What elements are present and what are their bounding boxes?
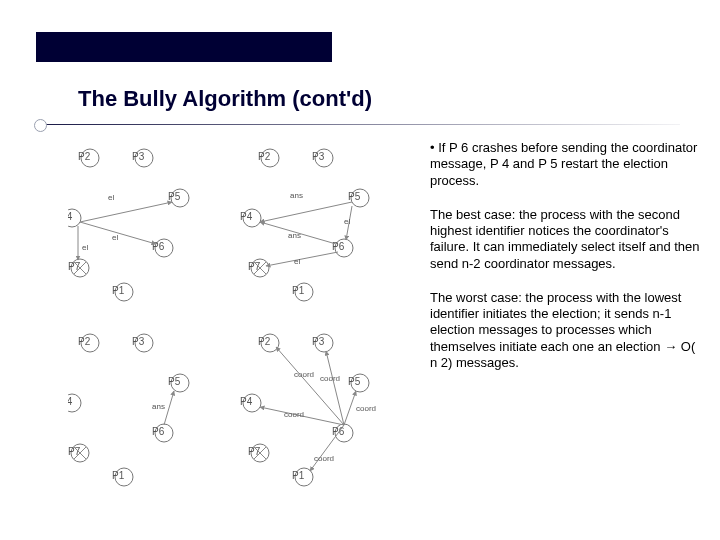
svg-text:P3: P3 — [312, 151, 325, 162]
svg-text:el: el — [108, 193, 114, 202]
svg-text:P2: P2 — [78, 336, 91, 347]
svg-text:P1: P1 — [112, 285, 125, 296]
bully-diagrams: P2 P3 P5 P4 P6 P7 P1 el el el P2 P3 P5 — [68, 140, 418, 500]
svg-text:P1: P1 — [292, 470, 305, 481]
svg-text:P2: P2 — [258, 336, 271, 347]
svg-text:P5: P5 — [168, 191, 181, 202]
svg-text:P4: P4 — [68, 211, 73, 222]
svg-text:ans: ans — [288, 231, 301, 240]
svg-text:P1: P1 — [112, 470, 125, 481]
svg-text:P3: P3 — [312, 336, 325, 347]
svg-text:P6: P6 — [332, 241, 345, 252]
slide-title: The Bully Algorithm (cont'd) — [78, 86, 372, 112]
svg-text:coord: coord — [294, 370, 314, 379]
svg-text:ans: ans — [290, 191, 303, 200]
slide: The Bully Algorithm (cont'd) P2 P3 P5 P4… — [0, 0, 720, 540]
svg-text:el: el — [294, 257, 300, 266]
svg-text:coord: coord — [284, 410, 304, 419]
svg-text:el: el — [112, 233, 118, 242]
svg-text:P6: P6 — [152, 426, 165, 437]
title-rule-dot — [34, 119, 47, 132]
text-column: • If P 6 crashes before sending the coor… — [430, 140, 702, 389]
svg-text:el: el — [344, 217, 350, 226]
arrow-icon: → — [664, 339, 677, 354]
diagram-area: P2 P3 P5 P4 P6 P7 P1 el el el P2 P3 P5 — [68, 140, 418, 500]
svg-text:P4: P4 — [240, 396, 253, 407]
svg-text:P4: P4 — [68, 396, 73, 407]
title-rule — [40, 124, 680, 125]
svg-text:P5: P5 — [348, 191, 361, 202]
paragraph-worst-case: The worst case: the process with the low… — [430, 290, 702, 371]
accent-bar — [36, 32, 332, 62]
svg-text:coord: coord — [320, 374, 340, 383]
svg-text:ans: ans — [152, 402, 165, 411]
svg-text:P2: P2 — [258, 151, 271, 162]
svg-text:P3: P3 — [132, 336, 145, 347]
svg-text:P6: P6 — [332, 426, 345, 437]
svg-text:P2: P2 — [78, 151, 91, 162]
svg-text:P1: P1 — [292, 285, 305, 296]
svg-text:P3: P3 — [132, 151, 145, 162]
svg-text:coord: coord — [356, 404, 376, 413]
svg-text:coord: coord — [314, 454, 334, 463]
paragraph-best-case: The best case: the process with the seco… — [430, 207, 702, 272]
svg-text:P6: P6 — [152, 241, 165, 252]
svg-text:P4: P4 — [240, 211, 253, 222]
worst-case-text: The worst case: the process with the low… — [430, 290, 681, 354]
paragraph-crash: • If P 6 crashes before sending the coor… — [430, 140, 702, 189]
svg-text:P5: P5 — [168, 376, 181, 387]
svg-text:P5: P5 — [348, 376, 361, 387]
svg-text:el: el — [82, 243, 88, 252]
